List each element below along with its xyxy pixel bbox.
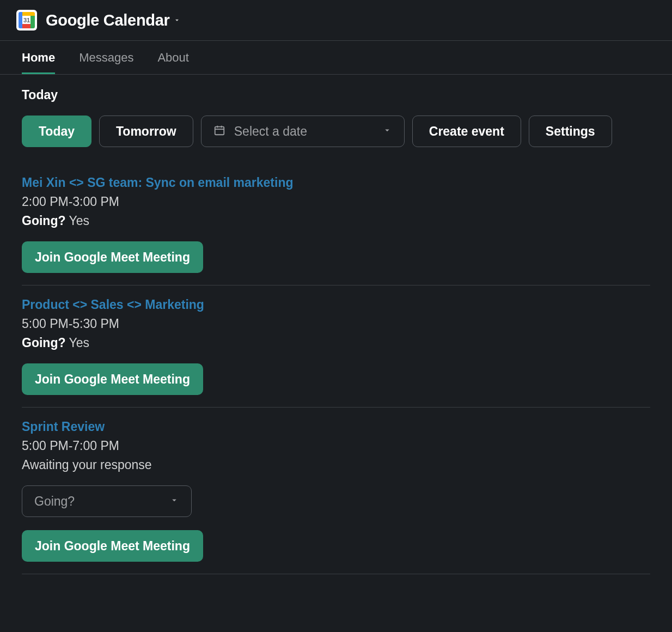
going-answer: Yes <box>69 214 89 228</box>
event-time: 2:00 PM-3:00 PM <box>22 195 650 209</box>
event-status: Awaiting your response <box>22 458 650 472</box>
join-meet-button[interactable]: Join Google Meet Meeting <box>22 241 203 273</box>
going-select-placeholder: Going? <box>34 494 75 509</box>
going-label: Going? <box>22 336 65 350</box>
join-meet-button[interactable]: Join Google Meet Meeting <box>22 363 203 395</box>
toolbar: Today Tomorrow Select a date Create even… <box>22 116 650 147</box>
event-time: 5:00 PM-7:00 PM <box>22 439 650 453</box>
event-time: 5:00 PM-5:30 PM <box>22 317 650 331</box>
create-event-button[interactable]: Create event <box>412 116 521 147</box>
app-title-dropdown[interactable]: Google Calendar <box>46 11 181 29</box>
date-select-content: Select a date <box>213 124 307 139</box>
date-select-placeholder: Select a date <box>234 124 307 139</box>
tab-home[interactable]: Home <box>22 41 55 74</box>
event-item: Mei Xin <> SG team: Sync on email market… <box>22 163 650 285</box>
event-status: Going? Yes <box>22 214 650 228</box>
going-answer: Yes <box>69 336 89 350</box>
event-status: Going? Yes <box>22 336 650 350</box>
event-title-link[interactable]: Product <> Sales <> Marketing <box>22 297 650 312</box>
google-calendar-app-icon: 31 <box>16 10 37 31</box>
calendar-icon <box>213 124 225 138</box>
today-button[interactable]: Today <box>22 116 91 147</box>
event-title-link[interactable]: Sprint Review <box>22 420 650 434</box>
settings-button[interactable]: Settings <box>529 116 612 147</box>
app-header: 31 Google Calendar <box>0 0 672 40</box>
chevron-down-icon <box>173 16 181 24</box>
tab-messages[interactable]: Messages <box>79 41 133 74</box>
content-area: Today Today Tomorrow Select a date Creat… <box>0 75 672 587</box>
going-select[interactable]: Going? <box>22 485 192 517</box>
section-title: Today <box>22 88 650 102</box>
event-item: Sprint Review 5:00 PM-7:00 PM Awaiting y… <box>22 408 650 574</box>
event-item: Product <> Sales <> Marketing 5:00 PM-5:… <box>22 285 650 408</box>
app-title: Google Calendar <box>46 11 170 29</box>
chevron-down-icon <box>382 125 392 137</box>
join-meet-button[interactable]: Join Google Meet Meeting <box>22 530 203 562</box>
event-title-link[interactable]: Mei Xin <> SG team: Sync on email market… <box>22 175 650 190</box>
going-label: Going? <box>22 214 65 228</box>
chevron-down-icon <box>169 495 179 507</box>
tab-bar: Home Messages About <box>0 41 672 75</box>
date-select[interactable]: Select a date <box>201 116 405 147</box>
svg-rect-0 <box>215 127 224 135</box>
tab-about[interactable]: About <box>157 41 189 74</box>
calendar-day-number: 31 <box>23 17 30 23</box>
tomorrow-button[interactable]: Tomorrow <box>99 116 193 147</box>
